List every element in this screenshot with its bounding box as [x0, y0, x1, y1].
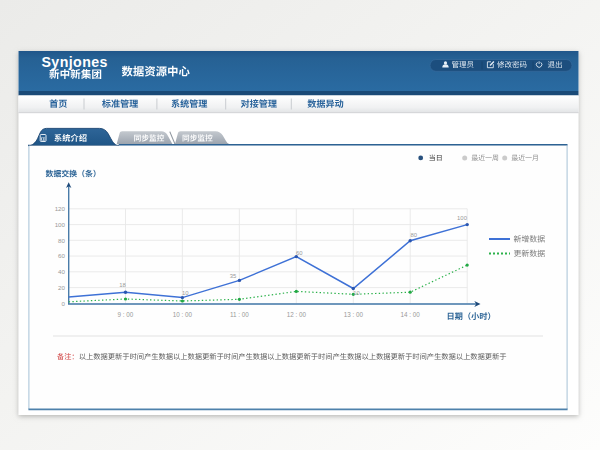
svg-text:Synjones: Synjones: [42, 54, 108, 70]
svg-text:0: 0: [62, 300, 66, 307]
svg-text:10: 10: [353, 290, 360, 296]
svg-text:100: 100: [457, 215, 468, 221]
svg-text:40: 40: [58, 268, 65, 275]
svg-text:60: 60: [296, 250, 303, 256]
svg-text:120: 120: [55, 205, 66, 212]
svg-text:10: 10: [182, 290, 189, 296]
svg-text:80: 80: [410, 232, 417, 238]
svg-text:80: 80: [58, 237, 65, 244]
svg-text:11 : 00: 11 : 00: [230, 311, 249, 318]
svg-text:35: 35: [230, 273, 237, 279]
svg-text:13 : 00: 13 : 00: [344, 311, 364, 318]
svg-text:10 : 00: 10 : 00: [173, 311, 193, 318]
svg-text:20: 20: [58, 284, 65, 291]
svg-text:9 : 00: 9 : 00: [118, 311, 134, 318]
svg-text:12 : 00: 12 : 00: [287, 311, 307, 318]
svg-text:60: 60: [58, 252, 65, 259]
svg-text:100: 100: [55, 221, 66, 228]
svg-text:18: 18: [119, 282, 126, 288]
svg-text:14 : 00: 14 : 00: [401, 311, 421, 318]
